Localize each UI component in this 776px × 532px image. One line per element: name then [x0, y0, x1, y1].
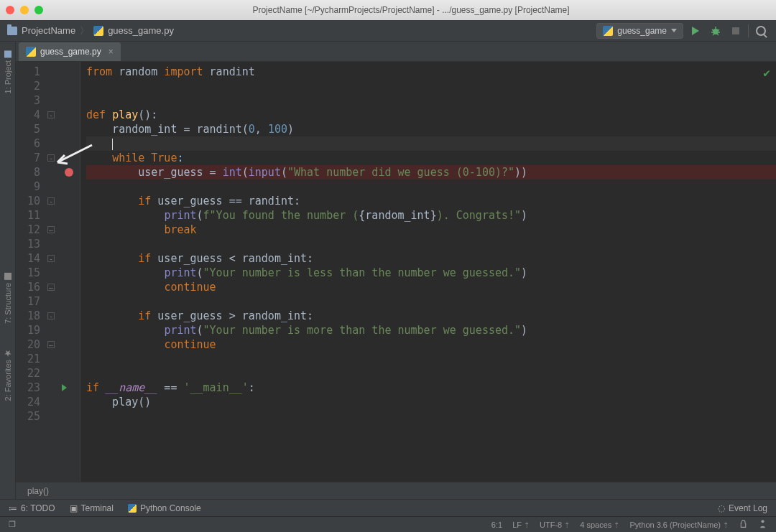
editor-area: guess_game.py × 123456789101112131415161… [16, 42, 776, 499]
folder-icon [7, 27, 17, 35]
zoom-window-button[interactable] [34, 6, 43, 14]
python-file-icon [93, 26, 103, 36]
code-line[interactable] [86, 294, 776, 309]
fold-toggle-icon[interactable]: - [47, 255, 55, 262]
code-line[interactable]: from random import randint [86, 65, 776, 79]
breadcrumb-file: guess_game.py [108, 25, 174, 36]
status-encoding[interactable]: UTF-8 ⇡ [540, 521, 570, 529]
code-line[interactable]: if user_guess == randint: [86, 194, 776, 208]
event-log-tool-tab[interactable]: ◌Event Log [718, 503, 767, 513]
bubble-icon: ◌ [718, 503, 725, 513]
editor-tab-active[interactable]: guess_game.py × [19, 42, 121, 61]
search-everywhere-button[interactable] [753, 23, 769, 39]
debug-button[interactable] [708, 23, 724, 39]
status-caret-pos[interactable]: 6:1 [491, 521, 502, 529]
fold-toggle-icon[interactable]: - [47, 197, 55, 205]
run-configuration-dropdown[interactable]: guess_game [596, 23, 683, 39]
bug-icon [710, 25, 721, 37]
window-title: ProjectName [~/PycharmProjects/ProjectNa… [52, 5, 770, 15]
minimize-window-button[interactable] [20, 6, 29, 14]
editor-breadcrumbs[interactable]: play() [16, 482, 776, 499]
code-line[interactable] [86, 79, 776, 93]
code-line[interactable] [86, 179, 776, 194]
python-icon [128, 504, 137, 513]
code-line[interactable]: if user_guess > random_int: [86, 309, 776, 323]
inspector-icon[interactable] [758, 519, 767, 530]
terminal-icon: ▣ [70, 503, 78, 513]
tool-windows-toggle-icon[interactable]: ❐ [9, 520, 16, 529]
navigation-bar: ProjectName 〉 guess_game.py guess_game [0, 20, 776, 42]
close-window-button[interactable] [6, 6, 14, 14]
code-line[interactable] [86, 136, 776, 151]
code-line[interactable]: continue [86, 280, 776, 294]
breadcrumb-separator: 〉 [80, 24, 89, 37]
titlebar: ProjectName [~/PycharmProjects/ProjectNa… [0, 0, 776, 20]
close-tab-icon[interactable]: × [108, 47, 114, 57]
status-bar: ❐ 6:1 LF ⇡ UTF-8 ⇡ 4 spaces ⇡ Python 3.6… [0, 516, 776, 532]
readonly-lock-icon[interactable] [739, 519, 748, 530]
project-tool-tab[interactable]: 1: Project [2, 45, 14, 99]
code-line[interactable] [86, 409, 776, 424]
left-tool-strip: 1: Project 7: Structure 2: Favorites [0, 42, 16, 499]
fold-toggle-icon[interactable]: - [47, 111, 55, 118]
fold-toggle-icon[interactable]: - [47, 154, 55, 162]
code-line[interactable]: print(f"You found the number ({random_in… [86, 208, 776, 223]
tab-label: guess_game.py [40, 47, 101, 57]
run-config-name: guess_game [617, 26, 667, 36]
terminal-tool-tab[interactable]: ▣Terminal [70, 503, 114, 513]
stop-icon [732, 27, 739, 34]
play-icon [692, 27, 699, 35]
python-file-icon [603, 26, 613, 36]
bottom-tool-strip: ≔6: TODO ▣Terminal Python Console ◌Event… [0, 499, 776, 516]
status-indent[interactable]: 4 spaces ⇡ [580, 521, 619, 529]
line-number-gutter[interactable]: 1234567891011121314151617181920212223242… [16, 62, 45, 482]
code-line[interactable]: def play(): [86, 108, 776, 122]
code-line[interactable]: play() [86, 395, 776, 409]
code-line[interactable] [86, 237, 776, 251]
status-line-separator[interactable]: LF ⇡ [512, 521, 530, 529]
code-line[interactable]: break [86, 223, 776, 237]
structure-tool-tab[interactable]: 7: Structure [2, 267, 14, 330]
window-traffic-lights [6, 6, 43, 14]
code-line[interactable] [86, 93, 776, 108]
crumb-function: play() [27, 486, 49, 496]
favorites-tool-tab[interactable]: 2: Favorites [2, 344, 14, 406]
python-file-icon [26, 47, 36, 57]
breakpoint-marker[interactable] [65, 168, 73, 177]
svg-point-1 [761, 520, 764, 523]
chevron-down-icon [671, 29, 677, 32]
structure-icon [4, 273, 11, 280]
breadcrumb[interactable]: ProjectName 〉 guess_game.py [7, 24, 174, 37]
code-editor[interactable]: 1234567891011121314151617181920212223242… [16, 62, 776, 482]
gutter-markers[interactable]: ---–-–-– [45, 62, 80, 482]
code-content[interactable]: ✔ from random import randintdef play(): … [80, 62, 776, 482]
code-line[interactable]: if __name__ == '__main__': [86, 381, 776, 395]
code-line[interactable]: user_guess = int(input("What number did … [86, 165, 776, 179]
editor-tabs: guess_game.py × [16, 42, 776, 62]
python-console-tool-tab[interactable]: Python Console [128, 503, 201, 513]
fold-toggle-icon[interactable]: – [47, 226, 55, 233]
star-icon [4, 350, 11, 357]
code-line[interactable]: if user_guess < random_int: [86, 251, 776, 266]
run-gutter-icon[interactable] [62, 384, 67, 391]
code-line[interactable] [86, 366, 776, 381]
code-line[interactable]: continue [86, 337, 776, 352]
code-line[interactable]: while True: [86, 151, 776, 165]
fold-toggle-icon[interactable]: – [47, 341, 55, 348]
status-sdk[interactable]: Python 3.6 (ProjectName) ⇡ [629, 521, 729, 529]
run-button[interactable] [688, 23, 703, 39]
code-line[interactable] [86, 352, 776, 366]
code-line[interactable]: random_int = randint(0, 100) [86, 122, 776, 136]
todo-tool-tab[interactable]: ≔6: TODO [9, 503, 55, 513]
fold-toggle-icon[interactable]: - [47, 312, 55, 319]
code-line[interactable]: print("Your number is less than the numb… [86, 266, 776, 280]
stop-button[interactable] [728, 23, 744, 39]
folder-icon [4, 50, 11, 57]
list-icon: ≔ [9, 503, 17, 513]
code-line[interactable]: print("Your number is more than the numb… [86, 323, 776, 337]
fold-toggle-icon[interactable]: – [47, 284, 55, 291]
breadcrumb-root: ProjectName [22, 25, 75, 36]
svg-point-0 [713, 29, 719, 34]
search-icon [756, 26, 766, 36]
